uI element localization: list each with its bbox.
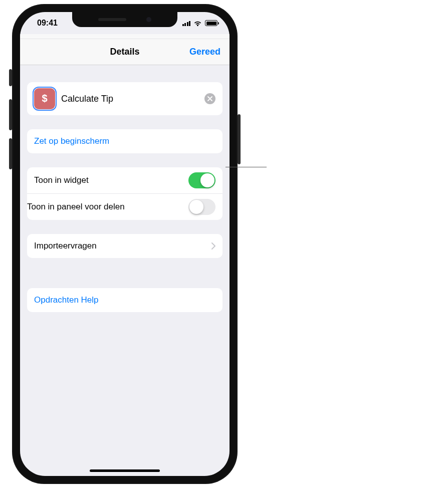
- phone-frame: 09:41 Details Gereed: [12, 4, 238, 484]
- add-to-home-label: Zet op beginscherm: [34, 136, 215, 146]
- nav-bar: Details Gereed: [20, 39, 230, 65]
- shortcuts-help-button[interactable]: Opdrachten Help: [27, 288, 222, 312]
- import-questions-button[interactable]: Importeervragen: [27, 234, 222, 258]
- done-button[interactable]: Gereed: [189, 47, 220, 57]
- screen: 09:41 Details Gereed: [20, 12, 230, 476]
- show-in-share-row: Toon in paneel voor delen: [27, 193, 222, 220]
- show-in-widget-toggle[interactable]: [188, 172, 215, 188]
- cellular-signal-icon: [182, 20, 191, 26]
- add-to-home-group: Zet op beginscherm: [27, 129, 222, 153]
- dollar-icon: $: [39, 93, 51, 105]
- clear-name-button[interactable]: [204, 93, 215, 104]
- add-to-home-button[interactable]: Zet op beginscherm: [27, 129, 222, 153]
- shortcut-name-group: $: [27, 82, 222, 115]
- close-icon: [207, 96, 212, 101]
- visibility-toggles-group: Toon in widget Toon in paneel voor delen: [27, 167, 222, 220]
- wifi-icon: [193, 20, 202, 27]
- shortcuts-help-label: Opdrachten Help: [34, 295, 215, 305]
- show-in-share-label: Toon in paneel voor delen: [27, 202, 188, 212]
- home-indicator[interactable]: [90, 469, 160, 472]
- show-in-share-toggle[interactable]: [188, 199, 215, 215]
- import-questions-group: Importeervragen: [27, 234, 222, 258]
- shortcut-icon-button[interactable]: $: [34, 88, 55, 109]
- shortcut-name-input[interactable]: [61, 94, 198, 104]
- show-in-widget-row: Toon in widget: [27, 167, 222, 193]
- import-questions-label: Importeervragen: [34, 241, 211, 251]
- battery-icon: [205, 20, 217, 26]
- show-in-widget-label: Toon in widget: [34, 175, 188, 185]
- svg-text:$: $: [42, 93, 47, 104]
- notch: [72, 12, 177, 27]
- nav-title: Details: [110, 47, 139, 57]
- help-group: Opdrachten Help: [27, 288, 222, 312]
- status-time: 09:41: [32, 19, 58, 28]
- chevron-right-icon: [211, 242, 215, 250]
- callout-line: [226, 167, 267, 167]
